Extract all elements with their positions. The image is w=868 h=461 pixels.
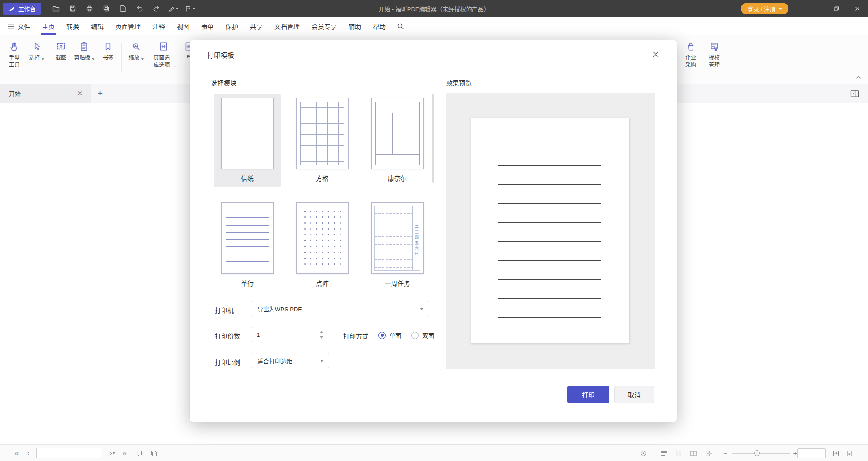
template-weekly-tasks[interactable]: 一二三四五六日 一周任务 xyxy=(364,199,431,292)
zoom-percent-field[interactable] xyxy=(797,448,826,458)
menu-file[interactable]: 文件 xyxy=(0,17,36,35)
select-tool-button[interactable]: 选择 xyxy=(26,42,47,61)
hand-tool-label: 手型工具 xyxy=(8,54,21,69)
page-number-field[interactable] xyxy=(36,448,102,458)
fit-options-label: 页面适应选项 xyxy=(151,54,172,69)
login-button[interactable]: 登录 / 注册 xyxy=(741,3,788,14)
workspace-button[interactable]: 工作台 xyxy=(3,3,41,15)
toolbar-separator xyxy=(121,43,122,72)
menu-page-manage[interactable]: 页面管理 xyxy=(109,17,146,35)
template-cornell[interactable]: 康奈尔 xyxy=(364,94,431,187)
copy-icon[interactable] xyxy=(98,2,114,15)
template-grid-paper[interactable]: 方格 xyxy=(289,94,356,187)
zoom-button[interactable]: 缩放 xyxy=(125,42,147,61)
snapshot-button[interactable]: 截图 xyxy=(51,42,71,61)
menu-view[interactable]: 视图 xyxy=(171,17,195,35)
tab-start[interactable]: 开始 ✕ xyxy=(0,84,91,103)
preview-label: 效果预览 xyxy=(446,78,472,87)
menu-home[interactable]: 主页 xyxy=(36,17,61,35)
multi-page-view-button[interactable] xyxy=(703,445,715,461)
menubar: 文件 主页 转换 编辑 页面管理 注释 视图 表单 保护 共享 文档管理 会员专… xyxy=(0,17,868,35)
first-page-button[interactable]: « xyxy=(11,445,23,461)
save-icon[interactable] xyxy=(64,2,81,15)
copies-input[interactable] xyxy=(252,327,311,342)
last-page-button[interactable]: » xyxy=(118,445,130,461)
license-manage-button[interactable]: 授权管理 xyxy=(703,42,725,69)
print-button[interactable]: 打印 xyxy=(567,386,609,403)
bookmark-button[interactable]: 书签 xyxy=(98,42,118,61)
page-fit-icon xyxy=(159,42,169,52)
single-page-icon xyxy=(675,450,682,457)
prev-view-button[interactable] xyxy=(134,445,146,461)
menu-search-button[interactable] xyxy=(392,17,410,35)
zoom-caret-icon xyxy=(141,58,144,60)
menu-accessibility[interactable]: 辅助 xyxy=(343,17,367,35)
undo-icon[interactable] xyxy=(131,2,148,15)
close-button[interactable] xyxy=(847,0,868,17)
spinner-up-icon[interactable] xyxy=(320,331,323,333)
close-icon xyxy=(652,51,659,58)
customize-toolbar-icon[interactable] xyxy=(181,2,198,15)
prev-view-icon xyxy=(136,450,143,457)
enterprise-purchase-button[interactable]: 企业采购 xyxy=(680,42,702,69)
marquee-zoom-button[interactable] xyxy=(637,445,649,461)
new-tab-button[interactable]: + xyxy=(91,89,109,99)
clipboard-button[interactable]: 剪贴板 xyxy=(71,42,97,61)
toolbar-separator xyxy=(50,43,50,72)
magnifier-plus-icon xyxy=(131,42,141,52)
new-document-icon[interactable] xyxy=(114,2,131,15)
right-panel-toggle-button[interactable] xyxy=(848,87,861,100)
select-tool-label: 选择 xyxy=(29,54,40,61)
ribbon-collapse-button[interactable] xyxy=(854,74,863,81)
tab-close-icon[interactable]: ✕ xyxy=(75,89,85,98)
dialog-close-button[interactable] xyxy=(648,47,663,62)
template-single-line[interactable]: 单行 xyxy=(214,199,281,292)
printer-dropdown[interactable]: 导出为WPS PDF xyxy=(252,301,429,316)
fit-page-button[interactable] xyxy=(844,445,855,461)
duplex-option[interactable]: 双面 xyxy=(411,331,434,339)
zoom-slider-knob[interactable] xyxy=(754,450,760,456)
duplex-radio[interactable] xyxy=(411,332,419,339)
continuous-view-button[interactable] xyxy=(688,445,699,461)
menu-help[interactable]: 帮助 xyxy=(367,17,392,35)
zoom-out-button[interactable]: − xyxy=(721,445,731,461)
hand-tool-button[interactable]: 手型工具 xyxy=(4,42,25,69)
menu-comment[interactable]: 注释 xyxy=(146,17,171,35)
certificate-icon xyxy=(709,42,719,52)
menu-share[interactable]: 共享 xyxy=(244,17,269,35)
maximize-button[interactable] xyxy=(826,0,847,17)
fit-width-button[interactable] xyxy=(830,445,842,461)
single-page-view-button[interactable] xyxy=(673,445,684,461)
template-scrollbar-thumb[interactable] xyxy=(432,94,434,183)
menu-form[interactable]: 表单 xyxy=(195,17,220,35)
menu-edit[interactable]: 编辑 xyxy=(85,17,109,35)
minimize-button[interactable] xyxy=(804,0,826,17)
grid-pages-icon xyxy=(706,450,713,457)
zoom-percent-input[interactable] xyxy=(798,449,825,458)
simplex-radio[interactable] xyxy=(378,332,386,339)
template-dot-matrix[interactable]: 点阵 xyxy=(289,199,356,292)
fit-options-button[interactable]: 页面适应选项 xyxy=(150,42,177,69)
cancel-button[interactable]: 取消 xyxy=(614,386,654,403)
reading-mode-button[interactable] xyxy=(658,445,670,461)
template-letter[interactable]: 信纸 xyxy=(214,94,281,187)
license-manage-label: 授权管理 xyxy=(708,54,721,69)
menu-member[interactable]: 会员专享 xyxy=(306,17,343,35)
template-grid-thumbnail xyxy=(296,98,349,169)
page-number-input[interactable] xyxy=(37,448,112,458)
zoom-slider-track[interactable] xyxy=(732,453,790,454)
simplex-option[interactable]: 单面 xyxy=(378,331,401,339)
spinner-down-icon[interactable] xyxy=(320,336,323,339)
open-file-icon[interactable] xyxy=(47,2,64,15)
menu-doc-manage[interactable]: 文档管理 xyxy=(269,17,306,35)
sign-tool-icon[interactable] xyxy=(165,2,181,15)
print-icon[interactable] xyxy=(81,2,98,15)
menu-convert[interactable]: 转换 xyxy=(61,17,85,35)
preview-panel xyxy=(446,93,655,369)
next-page-button[interactable]: › xyxy=(106,445,116,461)
redo-icon[interactable] xyxy=(148,2,165,15)
next-view-button[interactable] xyxy=(148,445,160,461)
print-scale-dropdown[interactable]: 适合打印边距 xyxy=(252,353,329,368)
menu-protect[interactable]: 保护 xyxy=(220,17,244,35)
prev-page-button[interactable]: ‹ xyxy=(24,445,33,461)
